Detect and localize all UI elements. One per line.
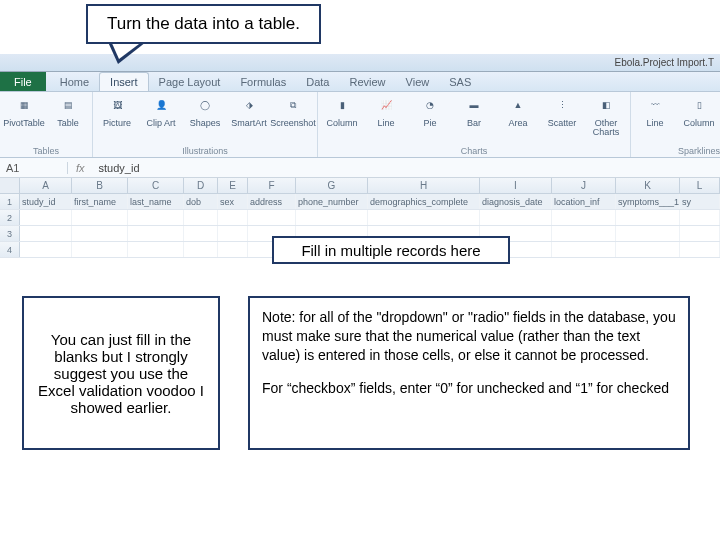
smartart-icon: ⬗ bbox=[238, 95, 260, 117]
smartart-button[interactable]: ⬗SmartArt bbox=[229, 95, 269, 128]
cell[interactable]: last_name bbox=[128, 194, 184, 209]
cell[interactable] bbox=[184, 242, 218, 257]
col-header[interactable]: F bbox=[248, 178, 296, 193]
cell[interactable] bbox=[616, 242, 680, 257]
col-header[interactable]: H bbox=[368, 178, 480, 193]
ribbon-group-tables: ▦PivotTable ▤Table Tables bbox=[0, 92, 93, 157]
table-row[interactable]: 2 bbox=[0, 210, 720, 226]
cell[interactable] bbox=[218, 226, 248, 241]
pie-chart-button[interactable]: ◔Pie bbox=[410, 95, 450, 138]
tab-home[interactable]: Home bbox=[50, 72, 99, 91]
sparkline-line-button[interactable]: 〰Line bbox=[635, 95, 675, 128]
tab-file[interactable]: File bbox=[0, 72, 46, 91]
cell[interactable] bbox=[72, 242, 128, 257]
cell[interactable] bbox=[72, 210, 128, 225]
group-label: Illustrations bbox=[97, 146, 313, 156]
col-header[interactable]: G bbox=[296, 178, 368, 193]
col-header[interactable]: B bbox=[72, 178, 128, 193]
formula-bar: A1 fx study_id bbox=[0, 158, 720, 178]
cell[interactable] bbox=[680, 242, 720, 257]
note-dropdown-radio: Note: for all of the "dropdown" or "radi… bbox=[248, 296, 690, 450]
cell[interactable]: study_id bbox=[20, 194, 72, 209]
cell[interactable] bbox=[218, 210, 248, 225]
table-row[interactable]: 1 study_id first_name last_name dob sex … bbox=[0, 194, 720, 210]
cell[interactable] bbox=[680, 226, 720, 241]
col-header[interactable]: D bbox=[184, 178, 218, 193]
tab-view[interactable]: View bbox=[396, 72, 440, 91]
column-headers: A B C D E F G H I J K L bbox=[0, 178, 720, 194]
cell[interactable]: phone_number bbox=[296, 194, 368, 209]
col-header[interactable]: K bbox=[616, 178, 680, 193]
cell[interactable]: sex bbox=[218, 194, 248, 209]
cell[interactable]: demographics_complete bbox=[368, 194, 480, 209]
tab-review[interactable]: Review bbox=[339, 72, 395, 91]
cell[interactable] bbox=[218, 242, 248, 257]
cell[interactable] bbox=[128, 242, 184, 257]
cell[interactable] bbox=[552, 242, 616, 257]
cell[interactable] bbox=[248, 210, 296, 225]
cell[interactable]: diagnosis_date bbox=[480, 194, 552, 209]
clipart-button[interactable]: 👤Clip Art bbox=[141, 95, 181, 128]
cell[interactable]: first_name bbox=[72, 194, 128, 209]
table-button[interactable]: ▤Table bbox=[48, 95, 88, 128]
cell[interactable] bbox=[20, 210, 72, 225]
row-header[interactable]: 4 bbox=[0, 242, 20, 257]
scatter-chart-button[interactable]: ⋮Scatter bbox=[542, 95, 582, 138]
pivottable-button[interactable]: ▦PivotTable bbox=[4, 95, 44, 128]
cell[interactable] bbox=[552, 226, 616, 241]
cell[interactable] bbox=[20, 226, 72, 241]
other-charts-button[interactable]: ◧Other Charts bbox=[586, 95, 626, 138]
tab-sas[interactable]: SAS bbox=[439, 72, 481, 91]
formula-value[interactable]: study_id bbox=[93, 162, 146, 174]
select-all-corner[interactable] bbox=[0, 178, 20, 193]
area-chart-button[interactable]: ▲Area bbox=[498, 95, 538, 138]
col-header[interactable]: J bbox=[552, 178, 616, 193]
cell[interactable] bbox=[368, 210, 480, 225]
tab-data[interactable]: Data bbox=[296, 72, 339, 91]
cell[interactable]: sy bbox=[680, 194, 720, 209]
cell[interactable] bbox=[480, 210, 552, 225]
picture-icon: 🖼 bbox=[106, 95, 128, 117]
picture-button[interactable]: 🖼Picture bbox=[97, 95, 137, 128]
name-box[interactable]: A1 bbox=[0, 162, 68, 174]
line-chart-button[interactable]: 📈Line bbox=[366, 95, 406, 138]
cell[interactable] bbox=[616, 210, 680, 225]
cell[interactable]: symptoms___1 bbox=[616, 194, 680, 209]
screenshot-icon: ⧉ bbox=[282, 95, 304, 117]
ribbon-body: ▦PivotTable ▤Table Tables 🖼Picture 👤Clip… bbox=[0, 92, 720, 158]
clipart-icon: 👤 bbox=[150, 95, 172, 117]
tab-page-layout[interactable]: Page Layout bbox=[149, 72, 231, 91]
row-header[interactable]: 1 bbox=[0, 194, 20, 209]
cell[interactable] bbox=[128, 226, 184, 241]
col-header[interactable]: C bbox=[128, 178, 184, 193]
sparkline-column-button[interactable]: ▯Column bbox=[679, 95, 719, 128]
row-header[interactable]: 2 bbox=[0, 210, 20, 225]
row-header[interactable]: 3 bbox=[0, 226, 20, 241]
cell[interactable] bbox=[72, 226, 128, 241]
cell[interactable] bbox=[184, 210, 218, 225]
bar-chart-button[interactable]: ▬Bar bbox=[454, 95, 494, 138]
shapes-button[interactable]: ◯Shapes bbox=[185, 95, 225, 128]
ribbon-group-sparklines: 〰Line ▯Column ▁Win/Loss Sparklines bbox=[631, 92, 720, 157]
ribbon-group-charts: ▮Column 📈Line ◔Pie ▬Bar ▲Area ⋮Scatter ◧… bbox=[318, 92, 631, 157]
cell[interactable] bbox=[552, 210, 616, 225]
col-header[interactable]: A bbox=[20, 178, 72, 193]
tab-formulas[interactable]: Formulas bbox=[230, 72, 296, 91]
column-chart-button[interactable]: ▮Column bbox=[322, 95, 362, 138]
screenshot-button[interactable]: ⧉Screenshot bbox=[273, 95, 313, 128]
area-chart-icon: ▲ bbox=[507, 95, 529, 117]
cell[interactable] bbox=[20, 242, 72, 257]
cell[interactable] bbox=[296, 210, 368, 225]
col-header[interactable]: E bbox=[218, 178, 248, 193]
cell[interactable]: dob bbox=[184, 194, 218, 209]
cell[interactable]: address bbox=[248, 194, 296, 209]
cell[interactable]: location_inf bbox=[552, 194, 616, 209]
col-header[interactable]: L bbox=[680, 178, 720, 193]
col-header[interactable]: I bbox=[480, 178, 552, 193]
workbook-title: Ebola.Project Import.T bbox=[615, 57, 714, 68]
cell[interactable] bbox=[616, 226, 680, 241]
cell[interactable] bbox=[680, 210, 720, 225]
cell[interactable] bbox=[128, 210, 184, 225]
cell[interactable] bbox=[184, 226, 218, 241]
tab-insert[interactable]: Insert bbox=[99, 72, 149, 91]
